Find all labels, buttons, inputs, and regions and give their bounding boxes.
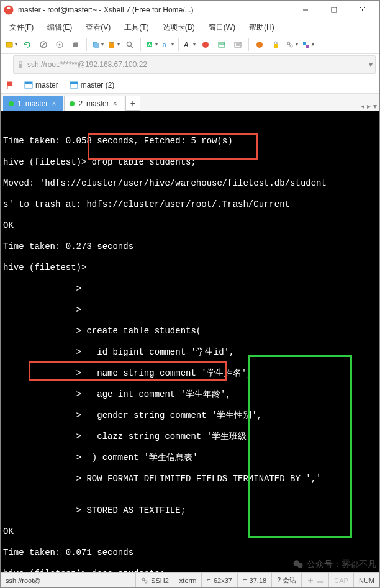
tab-index: 2 bbox=[78, 99, 83, 108]
copy-button[interactable] bbox=[91, 38, 104, 52]
close-button[interactable] bbox=[348, 1, 377, 19]
new-session-button[interactable] bbox=[4, 38, 18, 52]
paste-button[interactable] bbox=[107, 38, 120, 52]
svg-text:A: A bbox=[183, 41, 188, 48]
svg-rect-36 bbox=[25, 82, 32, 84]
status-caps: CAP bbox=[329, 573, 354, 587]
svg-rect-11 bbox=[74, 42, 78, 43]
svg-rect-38 bbox=[70, 82, 78, 84]
svg-point-0 bbox=[4, 5, 14, 14]
disconnect-button[interactable] bbox=[37, 38, 50, 52]
status-cursor-pos: ⌐ 37,18 bbox=[238, 573, 272, 587]
scroll-right-icon[interactable]: ▸ bbox=[367, 102, 371, 111]
tab-close-icon[interactable]: × bbox=[113, 99, 117, 108]
add-tab-button[interactable]: + bbox=[125, 96, 140, 111]
session-item-master-2[interactable]: master (2) bbox=[66, 79, 119, 91]
menu-help[interactable]: 帮助(H) bbox=[245, 21, 278, 34]
svg-rect-2 bbox=[332, 7, 337, 12]
xftp-button[interactable] bbox=[253, 38, 266, 52]
svg-rect-34 bbox=[19, 64, 22, 68]
scroll-left-icon[interactable]: ◂ bbox=[361, 102, 364, 111]
dropdown-icon[interactable]: ▾ bbox=[369, 60, 373, 69]
links-button[interactable] bbox=[285, 38, 299, 52]
svg-rect-13 bbox=[94, 43, 99, 48]
minimize-button[interactable] bbox=[291, 1, 320, 19]
reconnect-button[interactable] bbox=[20, 38, 34, 52]
terminal-line: > bbox=[3, 305, 377, 315]
terminal-line: > name string comment '学生姓名', bbox=[3, 368, 377, 379]
link-icon bbox=[141, 577, 148, 584]
terminal-line: > gender string comment '学生性别', bbox=[3, 410, 377, 421]
session-label: master (2) bbox=[81, 81, 115, 89]
script-button[interactable] bbox=[231, 38, 245, 52]
svg-point-27 bbox=[256, 42, 263, 48]
status-ssh: SSH2 bbox=[136, 573, 174, 587]
terminal-line: Time taken: 0.273 seconds bbox=[3, 242, 377, 252]
terminal-line: > ROW FORMAT DELIMITED FIELDS TERMINATED… bbox=[3, 474, 377, 484]
terminal-line: hive (filetest)> desc students; bbox=[3, 569, 377, 572]
terminal-line: Moved: 'hdfs://cluster/user/hive/warehou… bbox=[3, 178, 377, 189]
status-dot-icon bbox=[9, 101, 14, 106]
tab-1-master[interactable]: 1 master × bbox=[3, 96, 63, 111]
highlight-button[interactable] bbox=[145, 38, 158, 52]
session-flag-icon[interactable] bbox=[4, 79, 17, 91]
svg-line-7 bbox=[42, 43, 45, 47]
find-button[interactable] bbox=[123, 38, 137, 52]
tab-name: master bbox=[86, 99, 109, 108]
tools-button[interactable] bbox=[301, 38, 315, 52]
menu-file[interactable]: 文件(F) bbox=[6, 21, 37, 34]
print-button[interactable] bbox=[69, 38, 83, 52]
status-num: NUM bbox=[354, 573, 379, 587]
encoding-button[interactable]: a bbox=[161, 38, 174, 52]
window-title: master - root@master:~ - Xshell 7 (Free … bbox=[18, 6, 291, 14]
tab-menu-icon[interactable]: ▾ bbox=[373, 102, 377, 111]
svg-rect-15 bbox=[111, 42, 113, 43]
compose-button[interactable] bbox=[215, 38, 228, 52]
terminal-line: > clazz string comment '学生班级' bbox=[3, 432, 377, 442]
status-sessions: 2 会话 bbox=[272, 573, 302, 587]
terminal-line: > STORED AS TEXTFILE; bbox=[3, 505, 377, 516]
tab-name: master bbox=[25, 99, 48, 108]
maximize-button[interactable] bbox=[320, 1, 348, 19]
svg-rect-14 bbox=[109, 42, 114, 48]
menu-window[interactable]: 窗口(W) bbox=[205, 21, 239, 34]
terminal-line: > bbox=[3, 284, 377, 294]
svg-point-9 bbox=[59, 43, 61, 45]
toolbar-separator bbox=[140, 38, 141, 51]
terminal-line: Time taken: 0.058 seconds, Fetched: 5 ro… bbox=[3, 136, 377, 147]
session-bar: master master (2) bbox=[1, 76, 379, 94]
status-connection: ssh://root@ bbox=[1, 573, 136, 587]
menu-edit[interactable]: 编辑(E) bbox=[43, 21, 76, 34]
lock-button[interactable] bbox=[269, 38, 283, 52]
terminal-line: Time taken: 0.071 seconds bbox=[3, 548, 377, 558]
toolbar: a A bbox=[1, 35, 379, 54]
status-bar: ssh://root@ SSH2 xterm ⌐ 62x37 ⌐ 37,18 2… bbox=[1, 572, 379, 587]
session-label: master bbox=[35, 81, 58, 89]
svg-rect-33 bbox=[306, 45, 309, 48]
menu-tabs[interactable]: 选项卡(B) bbox=[159, 21, 199, 34]
properties-button[interactable] bbox=[53, 38, 66, 52]
svg-rect-28 bbox=[274, 44, 278, 48]
address-bar[interactable]: ssh://root:******@192.168.67.100:22 ▾ bbox=[13, 55, 376, 74]
terminal-line: OK bbox=[3, 220, 377, 231]
tab-close-icon[interactable]: × bbox=[52, 99, 56, 108]
terminal-tabs: 1 master × 2 master × + ◂ ▸ ▾ bbox=[1, 94, 379, 111]
terminal-line: > ) comment '学生信息表' bbox=[3, 453, 377, 463]
terminal-line: s' to trash at: hdfs://cluster/user/root… bbox=[3, 199, 377, 210]
tab-2-master[interactable]: 2 master × bbox=[64, 96, 124, 111]
terminal-icon bbox=[70, 81, 78, 89]
svg-line-31 bbox=[289, 44, 291, 45]
menu-tools[interactable]: 工具(T) bbox=[120, 21, 152, 34]
window-controls bbox=[291, 1, 377, 19]
menu-view[interactable]: 查看(V) bbox=[82, 21, 114, 34]
font-button[interactable]: A bbox=[183, 38, 196, 52]
svg-line-41 bbox=[144, 580, 145, 581]
session-item-master[interactable]: master bbox=[20, 79, 62, 91]
terminal-line: > age int comment '学生年龄', bbox=[3, 389, 377, 400]
terminal-output[interactable]: Time taken: 0.058 seconds, Fetched: 5 ro… bbox=[1, 111, 379, 572]
terminal-line: OK bbox=[3, 527, 377, 537]
svg-rect-32 bbox=[303, 42, 306, 45]
color-button[interactable] bbox=[199, 38, 212, 52]
svg-line-17 bbox=[131, 46, 133, 48]
svg-text:a: a bbox=[163, 42, 166, 48]
